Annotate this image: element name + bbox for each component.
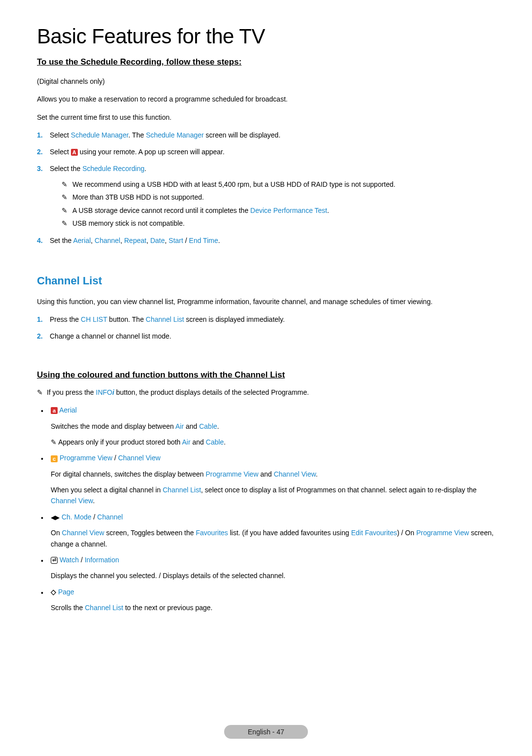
step-text: Press the	[50, 315, 81, 323]
channel-view-link: Channel View	[51, 497, 93, 505]
aerial-label: Aerial	[59, 406, 77, 414]
step-number: 1.	[37, 314, 43, 326]
digital-only-note: (Digital channels only)	[37, 76, 495, 87]
note-icon: ✎	[62, 178, 67, 191]
favourites-link: Favourites	[196, 529, 228, 537]
step-text: Select	[50, 148, 71, 156]
step-3-notes: ✎We recommend using a USB HDD with at le…	[62, 178, 495, 230]
note-item: ✎More than 3TB USB HDD is not supported.	[62, 191, 495, 204]
step-1: 1. Select Schedule Manager. The Schedule…	[37, 130, 495, 141]
info-button-note: ✎ If you press the INFOi button, the pro…	[37, 387, 495, 398]
step-number: 4.	[37, 235, 43, 247]
remote-c-button-icon: c	[51, 455, 58, 462]
bullet-icon: •	[41, 587, 43, 598]
step-text: Set the	[50, 237, 73, 244]
note-icon: ✎	[62, 191, 67, 204]
channel-list-title: Channel List	[37, 275, 495, 287]
step-text: button. The	[107, 315, 145, 323]
ch-mode-desc: On Channel View screen, Toggles between …	[51, 527, 495, 550]
programme-view-item: • c Programme View / Channel View For di…	[37, 452, 495, 507]
step-2: 2. Select A using your remote. A pop up …	[37, 146, 495, 158]
watch-item: • ⏎ Watch / Information Displays the cha…	[37, 554, 495, 582]
ch-list-button-link: CH LIST	[81, 315, 107, 323]
info-button-link: INFOi	[96, 388, 114, 396]
up-down-arrow-icon: ◇	[51, 588, 56, 596]
aerial-note: ✎ Appears only if your product stored bo…	[51, 437, 495, 447]
page-number-badge: English - 47	[224, 725, 308, 739]
step-text: Change a channel or channel list mode.	[50, 332, 171, 340]
step-text: ,	[120, 237, 124, 244]
note-icon: ✎	[62, 217, 67, 230]
bullet-icon: •	[41, 555, 43, 566]
schedule-recording-link: Schedule Recording	[82, 165, 144, 172]
channel-list-steps: 1. Press the CH LIST button. The Channel…	[37, 314, 495, 343]
note-text: A USB storage device cannot record until…	[72, 206, 250, 214]
schedule-manager-link: Schedule Manager	[71, 131, 129, 139]
note-item: ✎A USB storage device cannot record unti…	[62, 204, 495, 217]
step-text: screen is displayed immediately.	[184, 315, 285, 323]
step-number: 1.	[37, 130, 43, 141]
watch-label: Watch	[60, 556, 79, 564]
date-link: Date	[150, 237, 165, 244]
step-text: Select	[50, 131, 71, 139]
note-icon: ✎	[62, 204, 67, 217]
ch-mode-item: • ◀▶ Ch. Mode / Channel On Channel View …	[37, 512, 495, 550]
step-number: 3.	[37, 163, 43, 175]
note-item: ✎USB memory stick is not compatible.	[62, 217, 495, 230]
step-text: ,	[91, 237, 95, 244]
step-4: 4. Set the Aerial, Channel, Repeat, Date…	[37, 235, 495, 247]
enter-button-icon: ⏎	[51, 557, 58, 564]
channel-link: Channel	[95, 237, 120, 244]
channel-list-link: Channel List	[85, 604, 123, 612]
remote-a-button-icon: a	[51, 407, 58, 414]
page-item: • ◇ Page Scrolls the Channel List to the…	[37, 586, 495, 614]
channel-view-link: Channel View	[274, 470, 316, 478]
air-link: Air	[182, 438, 191, 446]
bullet-icon: •	[41, 513, 43, 523]
step-text: .	[144, 165, 146, 172]
note-item: ✎We recommend using a USB HDD with at le…	[62, 178, 495, 191]
channel-list-intro: Using this function, you can view channe…	[37, 296, 495, 307]
page-desc: Scrolls the Channel List to the next or …	[51, 602, 495, 613]
step-1: 1. Press the CH LIST button. The Channel…	[37, 314, 495, 326]
page-label: Page	[58, 588, 74, 596]
note-icon: ✎	[51, 438, 57, 446]
step-text: /	[183, 237, 189, 244]
page-footer: English - 47	[224, 727, 308, 736]
air-link: Air	[175, 422, 184, 430]
cable-link: Cable	[206, 438, 224, 446]
note-text: More than 3TB USB HDD is not supported.	[72, 193, 204, 201]
note-text: If you press the	[47, 388, 96, 396]
step-number: 2.	[37, 331, 43, 343]
note-text: We recommend using a USB HDD with at lea…	[72, 180, 396, 188]
aerial-desc: Switches the mode and display between Ai…	[51, 421, 495, 432]
watch-desc: Displays the channel you selected. / Dis…	[51, 570, 495, 581]
note-icon: ✎	[37, 387, 43, 398]
edit-favourites-link: Edit Favourites	[351, 529, 397, 537]
progview-desc1: For digital channels, switches the displ…	[51, 469, 495, 480]
schedule-steps-list: 1. Select Schedule Manager. The Schedule…	[37, 130, 495, 247]
step-3: 3. Select the Schedule Recording. ✎We re…	[37, 163, 495, 230]
information-label: Information	[85, 556, 119, 564]
channel-view-label: Channel View	[118, 454, 161, 462]
programme-view-label: Programme View	[60, 454, 112, 462]
aerial-link: Aerial	[73, 237, 91, 244]
coloured-buttons-heading: Using the coloured and function buttons …	[37, 370, 495, 380]
step-text: .	[218, 237, 220, 244]
coloured-buttons-list: • a Aerial Switches the mode and display…	[37, 405, 495, 613]
step-2: 2. Change a channel or channel list mode…	[37, 331, 495, 343]
left-right-arrow-icon: ◀▶	[51, 514, 60, 521]
note-text: .	[327, 206, 329, 214]
schedule-manager-link: Schedule Manager	[146, 131, 204, 139]
step-text: using your remote. A pop up screen will …	[78, 148, 225, 156]
channel-list-link: Channel List	[146, 315, 184, 323]
repeat-link: Repeat	[124, 237, 146, 244]
step-text: . The	[129, 131, 146, 139]
channel-view-link: Channel View	[62, 529, 104, 537]
ch-mode-label: Ch. Mode	[62, 513, 92, 521]
progview-desc2: When you select a digital channel in Cha…	[51, 484, 495, 507]
cable-link: Cable	[199, 422, 217, 430]
bullet-icon: •	[41, 453, 43, 464]
schedule-recording-heading: To use the Schedule Recording, follow th…	[37, 57, 495, 67]
step-text: ,	[146, 237, 150, 244]
